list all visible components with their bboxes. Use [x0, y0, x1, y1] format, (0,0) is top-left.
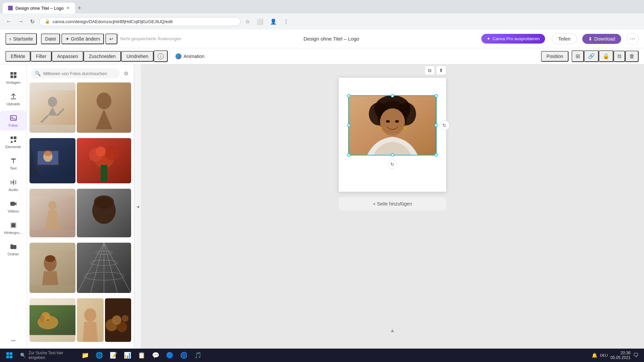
start-button[interactable] [3, 350, 16, 360]
taskbar-files[interactable]: 📁 [78, 349, 92, 361]
rotate-button[interactable]: ↻ [439, 120, 449, 130]
resize-handle-bm[interactable] [391, 153, 394, 157]
taskbar-spotify[interactable]: 🎵 [191, 349, 205, 361]
svg-point-64 [386, 120, 390, 123]
resize-handle-tm[interactable] [391, 94, 394, 98]
svg-point-30 [48, 201, 57, 210]
taskbar-notifications[interactable]: 🔔 [592, 353, 597, 358]
scroll-up-icon[interactable]: ▲ [390, 327, 395, 334]
taskbar-search[interactable]: 🔍 Zur Suche Text hier eingeben [17, 349, 78, 361]
active-tab[interactable]: Design ohne Titel – Logo ✕ [3, 3, 75, 13]
copy-canvas-button[interactable]: ⧉ [425, 66, 435, 75]
info-button[interactable]: i [154, 50, 168, 62]
taskbar-search-icon: 🔍 [20, 353, 26, 358]
taskbar-edge2[interactable]: 🌀 [177, 349, 191, 361]
tab-close-button[interactable]: ✕ [66, 6, 70, 10]
back-button[interactable]: ← [4, 17, 13, 26]
taskbar-ppt[interactable]: 📋 [135, 349, 148, 361]
photo-item[interactable] [77, 138, 131, 183]
search-input[interactable] [43, 71, 116, 76]
taskbar-teams[interactable]: 💬 [149, 349, 162, 361]
hintergrund-label: Hintergru... [4, 231, 22, 235]
sidebar-item-videos[interactable]: Videos [0, 196, 26, 217]
unsaved-indicator: Nicht gespeicherte Änderungen [120, 36, 181, 41]
forward-button[interactable]: → [16, 17, 25, 26]
canvas-area: ⧉ ⬆ [141, 64, 644, 349]
taskbar-chrome[interactable]: 🔵 [163, 349, 176, 361]
lock-button[interactable]: 🔒 [599, 50, 613, 62]
svg-rect-11 [11, 223, 15, 227]
anpassen-button[interactable]: Anpassen [52, 51, 83, 62]
svg-point-13 [48, 97, 57, 107]
photo-item[interactable] [77, 298, 104, 342]
sidebar-item-ordner[interactable]: Ordner [0, 239, 26, 259]
resize-handle-rm[interactable] [434, 124, 438, 127]
export-canvas-button[interactable]: ⬆ [436, 66, 446, 75]
taskbar-edge[interactable]: 🌐 [93, 349, 106, 361]
zuschneiden-button[interactable]: Zuschneiden [84, 51, 121, 62]
animation-container[interactable]: Animation [171, 51, 209, 61]
new-tab-button[interactable]: + [75, 3, 84, 13]
browser-menu-button[interactable]: ⋮ [281, 17, 291, 26]
sidebar-item-uploads[interactable]: Uploads [0, 89, 26, 109]
profile-button[interactable]: 👤 [268, 17, 279, 26]
photo-item[interactable] [30, 82, 75, 133]
photo-item[interactable] [30, 243, 75, 293]
photo-item[interactable] [30, 138, 75, 183]
star-icon: ✦ [487, 36, 490, 41]
canva-pro-button[interactable]: ✦ Canva Pro ausprobieren [481, 34, 545, 44]
umdrehen-button[interactable]: Umdrehen [121, 51, 154, 62]
delete-button[interactable]: 🗑 [625, 51, 639, 62]
home-button[interactable]: ‹ Startseite [5, 33, 37, 45]
more-options-button[interactable]: ⋯ [627, 33, 639, 45]
fotos-label: Fotos [9, 123, 18, 127]
photo-item[interactable] [77, 243, 131, 293]
resize-handle-tl[interactable] [347, 94, 351, 98]
extensions-button[interactable]: ⬜ [255, 17, 265, 26]
filter-button[interactable]: Filter [31, 51, 52, 62]
add-page-button[interactable]: + Seite hinzufügen [339, 197, 446, 210]
sidebar-item-vorlagen[interactable]: Vorlagen [0, 68, 26, 88]
svg-point-52 [84, 308, 96, 322]
undo-button[interactable]: ↩ [105, 34, 117, 44]
resize-handle-br[interactable] [434, 153, 438, 157]
selected-image[interactable]: ↻ [348, 95, 437, 156]
search-input-wrap[interactable]: 🔍 [31, 68, 120, 78]
reload-button[interactable]: ↻ [28, 17, 37, 26]
download-button[interactable]: ⬇ Download [582, 34, 621, 44]
address-bar[interactable]: 🔒 canva.com/design/DAEdomzscjl/drBfjHdCo… [39, 17, 240, 26]
photo-item[interactable] [77, 189, 131, 237]
share-button[interactable]: Teilen [552, 34, 577, 44]
sidebar-item-elemente[interactable]: Elemente [0, 132, 26, 152]
resize-handle-tr[interactable] [434, 94, 438, 98]
effekte-button[interactable]: Effekte [5, 51, 31, 62]
sidebar-more-button[interactable]: ••• [8, 336, 18, 346]
photo-item[interactable] [30, 298, 75, 342]
resize-button[interactable]: ✦ Größe ändern [61, 34, 104, 44]
grid-button[interactable]: ⊞ [572, 50, 584, 62]
photo-item[interactable] [77, 82, 131, 133]
taskbar-notification-center[interactable]: 🗨 [633, 352, 639, 358]
taskbar-excel[interactable]: 📊 [121, 349, 134, 361]
photo-item[interactable] [105, 298, 131, 342]
resize-handle-lm[interactable] [347, 124, 351, 127]
canvas-actions-top: ⧉ ⬆ [425, 66, 446, 75]
home-label: Startseite [13, 36, 33, 42]
sidebar-item-fotos[interactable]: Fotos [0, 111, 26, 131]
photo-item[interactable] [30, 189, 75, 237]
file-menu-button[interactable]: Datei [41, 34, 60, 44]
copy-button[interactable]: ⧉ [613, 51, 625, 62]
sidebar-item-audio[interactable]: Audio [0, 175, 26, 195]
sidebar-item-hintergrund[interactable]: Hintergru... [0, 218, 26, 238]
link-button[interactable]: 🔗 [584, 50, 599, 62]
position-button[interactable]: Position [541, 51, 569, 62]
canvas-wrapper: ⧉ ⬆ [339, 78, 446, 210]
link-icon: 🔗 [588, 53, 595, 59]
collapse-panel-button[interactable]: ◀ [134, 64, 141, 349]
taskbar-word[interactable]: 📝 [107, 349, 120, 361]
resize-handle-bl[interactable] [347, 153, 351, 157]
bookmark-button[interactable]: ☆ [243, 17, 252, 26]
filter-button[interactable]: ⚙ [122, 69, 130, 78]
rotate-bottom-handle[interactable]: ↻ [388, 160, 397, 169]
sidebar-item-text[interactable]: Text [0, 154, 26, 174]
